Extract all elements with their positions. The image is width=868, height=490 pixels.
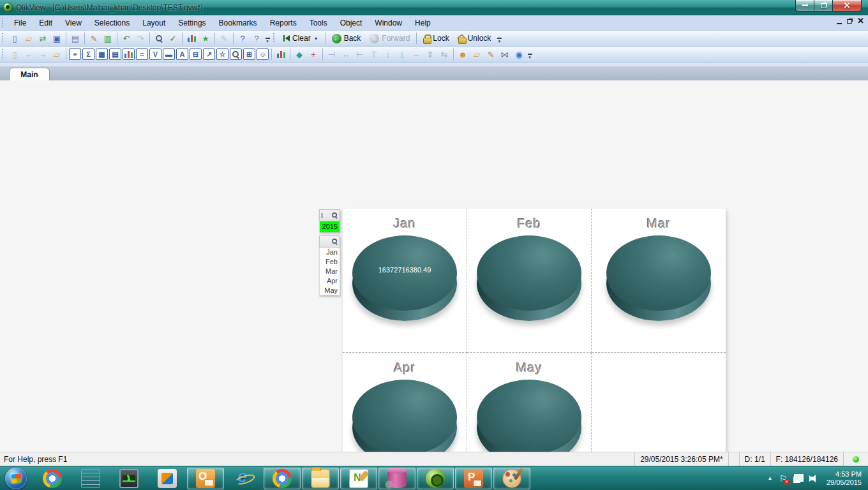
tab-main[interactable]: Main bbox=[9, 68, 50, 80]
search-icon[interactable] bbox=[153, 33, 165, 45]
navigation-toolbar-overflow-button[interactable] bbox=[495, 33, 503, 45]
menu-item-object[interactable]: Object bbox=[334, 17, 369, 29]
help-icon[interactable]: ? bbox=[236, 33, 249, 45]
notes-icon[interactable]: ✎ bbox=[218, 33, 230, 45]
favorites-icon[interactable]: ★ bbox=[199, 33, 212, 45]
taskbar-notepad-button[interactable] bbox=[72, 468, 109, 489]
volume-icon[interactable] bbox=[810, 474, 820, 483]
start-button[interactable] bbox=[3, 468, 29, 489]
listbox-value-jan[interactable]: Jan bbox=[319, 248, 340, 257]
open-file-icon[interactable]: ▱ bbox=[22, 33, 35, 45]
center-horizontally-icon[interactable]: ↔ bbox=[340, 48, 352, 61]
pie-jan[interactable]: 16372716380.49 bbox=[352, 235, 457, 323]
demote-sheet-icon[interactable]: → bbox=[36, 48, 49, 61]
statistics-box-icon[interactable]: Σ bbox=[82, 48, 94, 60]
bookmark-object-icon[interactable]: ☆ bbox=[216, 48, 228, 60]
whats-this-icon[interactable]: ? bbox=[250, 33, 263, 45]
qlikview-app-icon[interactable] bbox=[3, 3, 13, 12]
mdi-close-icon[interactable]: ✕ bbox=[857, 18, 864, 24]
space-horizontally-icon[interactable]: ⇔ bbox=[410, 48, 423, 61]
navigation-toolbar-drag-handle[interactable] bbox=[273, 33, 276, 43]
list-box-icon[interactable]: ≡ bbox=[69, 48, 81, 60]
listbox-value-feb[interactable]: Feb bbox=[319, 257, 340, 267]
taskbar-file-explorer-button[interactable] bbox=[302, 468, 339, 489]
menu-item-selections[interactable]: Selections bbox=[88, 17, 136, 29]
mdi-restore-icon[interactable] bbox=[847, 19, 852, 24]
menu-item-reports[interactable]: Reports bbox=[264, 17, 303, 29]
clear-dropdown-arrow-icon[interactable]: ▼ bbox=[314, 36, 318, 41]
network-icon[interactable] bbox=[793, 474, 804, 483]
menu-item-help[interactable]: Help bbox=[408, 17, 437, 29]
listbox-value-may[interactable]: May bbox=[319, 286, 340, 295]
table-box-icon[interactable]: ▦ bbox=[96, 48, 108, 60]
search-icon[interactable] bbox=[332, 239, 338, 244]
promote-sheet-icon[interactable]: ← bbox=[22, 48, 35, 61]
pie-feb[interactable] bbox=[477, 235, 581, 323]
taskbar-chrome-button[interactable] bbox=[34, 468, 71, 489]
menu-item-view[interactable]: View bbox=[59, 17, 88, 29]
taskbar-database-tool-button[interactable] bbox=[378, 468, 415, 489]
month-listbox-caption[interactable] bbox=[319, 235, 340, 248]
button-object-icon[interactable]: ⊟ bbox=[190, 48, 202, 60]
search-object-icon[interactable] bbox=[230, 48, 242, 60]
current-selections-box-icon[interactable]: V bbox=[149, 48, 161, 60]
document-properties-icon[interactable]: ☻ bbox=[456, 48, 469, 61]
menu-item-layout[interactable]: Layout bbox=[136, 17, 172, 29]
taskbar-chrome-2-button[interactable] bbox=[264, 468, 301, 489]
forward-button[interactable]: → Forward bbox=[365, 32, 414, 45]
new-sheet-icon[interactable]: ▯ bbox=[8, 48, 21, 61]
center-vertically-icon[interactable]: ↕ bbox=[382, 48, 394, 61]
show-hidden-icons-button[interactable]: ▲ bbox=[767, 475, 772, 481]
unlock-button[interactable]: Unlock bbox=[454, 32, 496, 45]
slider-object-icon[interactable]: ▬ bbox=[163, 48, 175, 60]
text-object-icon[interactable]: A bbox=[176, 48, 188, 60]
align-bottom-icon[interactable]: ⊥ bbox=[396, 48, 408, 61]
clear-button[interactable]: Clear ▼ bbox=[279, 32, 323, 45]
menu-item-file[interactable]: File bbox=[8, 17, 33, 29]
save-icon[interactable]: ▣ bbox=[50, 33, 63, 45]
taskbar-paint-button[interactable] bbox=[493, 468, 530, 489]
input-box-icon[interactable]: = bbox=[136, 48, 148, 60]
menu-drag-handle[interactable] bbox=[2, 18, 5, 28]
align-right-icon[interactable]: ⊢ bbox=[354, 48, 366, 61]
multi-box-icon[interactable]: ▤ bbox=[109, 48, 121, 60]
lock-button[interactable]: Lock bbox=[419, 32, 453, 45]
container-object-icon[interactable]: ⊞ bbox=[243, 48, 255, 60]
taskbar-notepad-plus-plus-button[interactable] bbox=[340, 468, 377, 489]
menu-item-edit[interactable]: Edit bbox=[33, 17, 59, 29]
listbox-value-2015[interactable]: 2015 bbox=[319, 221, 340, 232]
search-icon[interactable] bbox=[332, 212, 338, 218]
mdi-minimize-icon[interactable] bbox=[837, 23, 842, 24]
undo-icon[interactable]: ↶ bbox=[120, 33, 133, 45]
space-vertically-icon[interactable]: ⇕ bbox=[424, 48, 437, 61]
restore-button[interactable] bbox=[814, 0, 832, 11]
pie-mar[interactable] bbox=[606, 235, 711, 323]
line-arrow-object-icon[interactable]: ↗ bbox=[203, 48, 215, 60]
toolbar-overflow-button[interactable] bbox=[264, 33, 271, 45]
taskbar-powerpoint-button[interactable] bbox=[455, 468, 492, 489]
format-painter-icon[interactable]: ◆ bbox=[293, 48, 306, 61]
chart-wizard-icon[interactable] bbox=[274, 48, 287, 61]
listbox-value-apr[interactable]: Apr bbox=[319, 276, 340, 286]
menu-item-window[interactable]: Window bbox=[368, 17, 408, 29]
design-toolbar-overflow-button[interactable] bbox=[526, 48, 534, 61]
quick-chart-wizard-icon[interactable] bbox=[185, 33, 198, 45]
chart-icon[interactable] bbox=[123, 48, 135, 60]
custom-object-icon[interactable]: ☺ bbox=[257, 48, 269, 60]
edit-module-icon[interactable]: ✎ bbox=[484, 48, 497, 61]
design-grid-icon[interactable]: + bbox=[307, 48, 320, 61]
edit-script-icon[interactable]: ✎ bbox=[87, 33, 100, 45]
back-button[interactable]: ← Back bbox=[327, 32, 366, 45]
taskbar-resource-monitor-button[interactable] bbox=[110, 468, 147, 489]
pie-trellis-chart[interactable]: Jan16372716380.49FebMarAprMay bbox=[343, 209, 726, 490]
align-left-icon[interactable]: ⊣ bbox=[326, 48, 338, 61]
new-document-icon[interactable]: ▯ bbox=[8, 33, 21, 45]
sheet-properties-icon[interactable]: ▱ bbox=[470, 48, 483, 61]
reload-icon[interactable]: ⇄ bbox=[36, 33, 49, 45]
adjust-off-grid-icon[interactable]: ⇆ bbox=[438, 48, 451, 61]
action-center-icon[interactable]: ⚐ bbox=[779, 473, 787, 484]
taskbar-vmware-button[interactable] bbox=[149, 468, 186, 489]
taskbar-internet-explorer-button[interactable] bbox=[225, 468, 262, 489]
expression-overview-icon[interactable]: ⋈ bbox=[498, 48, 511, 61]
menu-item-settings[interactable]: Settings bbox=[172, 17, 212, 29]
